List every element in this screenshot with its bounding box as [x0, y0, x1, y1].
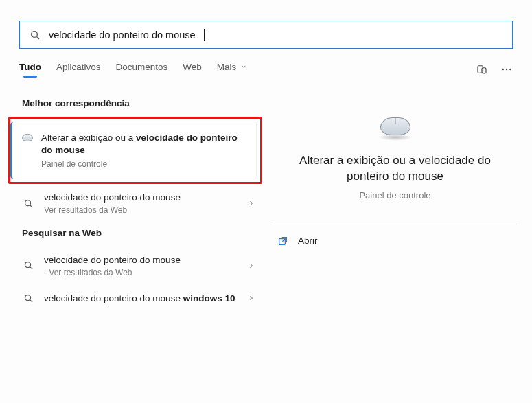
chevron-down-icon [240, 63, 247, 70]
section-best-match: Melhor correspondência [22, 98, 262, 108]
text-cursor [204, 29, 205, 41]
result-web-3[interactable]: velocidade do ponteiro do mouse windows … [8, 285, 262, 312]
svg-point-6 [509, 68, 511, 69]
svg-point-9 [25, 262, 30, 268]
search-icon [22, 260, 34, 270]
svg-line-14 [282, 238, 286, 242]
mouse-icon-large [378, 115, 413, 139]
result-title: velocidade do ponteiro do mouse windows … [44, 292, 238, 305]
svg-point-4 [502, 68, 504, 69]
filter-tabs: Tudo Aplicativos Documentos Web Mais [19, 62, 513, 76]
tab-more[interactable]: Mais [217, 62, 247, 76]
search-icon [22, 198, 34, 209]
result-title-bold: windows 10 [183, 293, 235, 303]
preview-pane: Alterar a exibição ou a velocidade do po… [273, 93, 517, 312]
best-match-title-prefix: Alterar a exibição ou a [41, 133, 136, 143]
result-subtitle: - Ver resultados da Web [44, 268, 238, 277]
svg-line-10 [30, 267, 32, 269]
svg-point-5 [506, 68, 507, 69]
result-subtitle: Ver resultados da Web [44, 205, 238, 215]
chevron-right-icon [247, 199, 255, 207]
open-icon [277, 235, 288, 246]
result-title: velocidade do ponteiro do mouse [44, 192, 238, 204]
mouse-icon [22, 134, 34, 141]
result-title: velocidade do ponteiro do mouse [44, 254, 238, 266]
result-web-1[interactable]: velocidade do ponteiro do mouse Ver resu… [8, 184, 262, 222]
open-action[interactable]: Abrir [273, 224, 517, 257]
best-match-title: Alterar a exibição ou a velocidade do po… [41, 132, 245, 157]
result-web-2[interactable]: velocidade do ponteiro do mouse - Ver re… [8, 246, 262, 285]
open-label: Abrir [298, 235, 318, 246]
tab-more-label: Mais [217, 62, 237, 72]
preview-title: Alterar a exibição ou a velocidade do po… [280, 153, 510, 185]
annotation-highlight: Alterar a exibição ou a velocidade do po… [8, 117, 262, 184]
phone-link-icon[interactable] [476, 63, 488, 76]
best-match-subtitle: Painel de controle [41, 159, 245, 169]
search-icon [22, 293, 34, 303]
section-search-web: Pesquisar na Web [22, 228, 262, 238]
best-match-card[interactable]: Alterar a exibição ou a velocidade do po… [10, 122, 256, 179]
tab-all[interactable]: Tudo [19, 62, 41, 76]
tab-web[interactable]: Web [183, 62, 202, 76]
tab-documents[interactable]: Documentos [116, 62, 168, 76]
preview-subtitle: Painel de controle [280, 190, 510, 200]
chevron-right-icon [247, 262, 255, 270]
search-icon [30, 30, 41, 41]
svg-point-7 [25, 200, 30, 205]
search-bar[interactable]: velocidade do ponteiro do mouse [19, 21, 513, 49]
svg-line-1 [36, 36, 39, 39]
chevron-right-icon [247, 294, 255, 302]
result-title-prefix: velocidade do ponteiro do mouse [44, 293, 183, 303]
svg-line-8 [30, 205, 32, 207]
svg-point-11 [25, 295, 30, 300]
results-column: Melhor correspondência Alterar a exibiçã… [8, 93, 262, 312]
svg-point-0 [32, 31, 38, 37]
more-options-icon[interactable] [500, 63, 513, 76]
search-query-text: velocidade do ponteiro do mouse [49, 30, 196, 41]
tab-apps[interactable]: Aplicativos [56, 62, 101, 76]
svg-line-12 [30, 299, 32, 301]
